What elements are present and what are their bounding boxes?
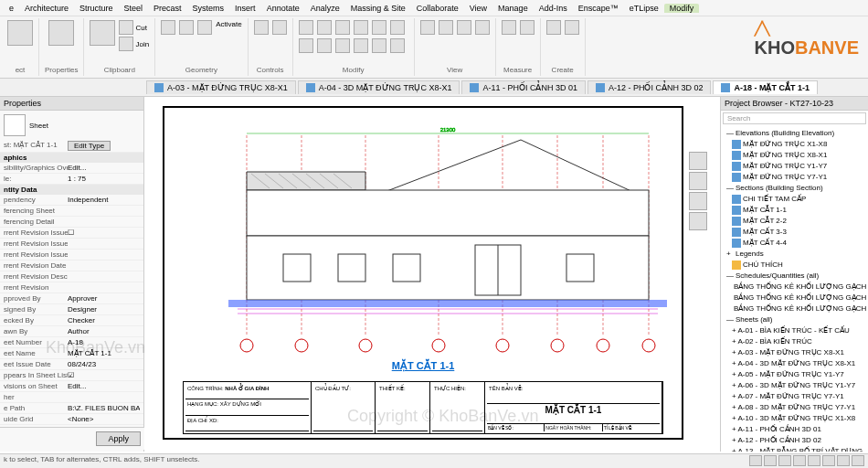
ribbon-group-select: ect: [2, 18, 39, 76]
properties-icon[interactable]: [48, 20, 74, 46]
property-row[interactable]: ecked ByChecker: [0, 315, 143, 326]
tree-node[interactable]: —Schedules/Quantities (all): [723, 271, 866, 282]
menu-item-structure[interactable]: Structure: [74, 4, 119, 13]
status-icon[interactable]: [749, 455, 762, 466]
apply-button[interactable]: Apply: [96, 431, 141, 446]
orbit-icon[interactable]: [689, 212, 707, 230]
tree-node[interactable]: + A-07 - MẶT ĐỨNG TRỤC Y7-Y1: [723, 391, 866, 402]
tree-node[interactable]: + A-08 - 3D MẶT ĐỨNG TRỤC Y7-Y1: [723, 402, 866, 413]
doc-tab[interactable]: A-12 - PHỐI CẢNH 3D 02: [587, 80, 712, 94]
zoom-icon[interactable]: [689, 172, 707, 190]
pan-icon[interactable]: [689, 192, 707, 210]
menu-item-annotate[interactable]: Annotate: [261, 4, 305, 13]
property-row[interactable]: uide Grid<None>: [0, 414, 143, 425]
ribbon-group-modify: Modify: [293, 18, 415, 76]
tree-node[interactable]: +Legends: [723, 249, 866, 260]
home-icon[interactable]: [689, 152, 707, 170]
tree-node[interactable]: + A-06 - 3D MẶT ĐỨNG TRỤC Y1-Y7: [723, 380, 866, 391]
menu-item-architecture[interactable]: Architecture: [19, 4, 74, 13]
tree-node[interactable]: + A-10 - 3D MẶT ĐỨNG TRỤC X1-X8: [723, 413, 866, 424]
property-row[interactable]: ppears In Sheet List☑: [0, 370, 143, 381]
menu-item-modify[interactable]: Modify: [664, 4, 700, 13]
menu-item-precast[interactable]: Precast: [148, 4, 187, 13]
menu-item-massing & site[interactable]: Massing & Site: [345, 4, 411, 13]
tree-node[interactable]: + A-05 - MẶT ĐỨNG TRỤC Y1-Y7: [723, 369, 866, 380]
tree-node[interactable]: BẢNG THỐNG KÊ KHỐI LƯỢNG GẠCH ỐNG: [723, 292, 866, 303]
tree-node[interactable]: + A-01 - BÌA KIẾN TRÚC - KẾT CẤU: [723, 325, 866, 336]
menu-item-enscape™[interactable]: Enscape™: [573, 4, 624, 13]
menu-item-collaborate[interactable]: Collaborate: [411, 4, 464, 13]
menu-item-add-ins[interactable]: Add-Ins: [534, 4, 573, 13]
svg-point-34: [597, 339, 609, 352]
tree-node[interactable]: + A-02 - BÌA KIẾN TRÚC: [723, 336, 866, 347]
property-row[interactable]: signed ByDesigner: [0, 304, 143, 315]
tree-node[interactable]: + A-04 - 3D MẶT ĐỨNG TRỤC X8-X1: [723, 358, 866, 369]
tree-node[interactable]: MẶT CẤT 4-4: [723, 238, 866, 249]
property-row[interactable]: visions on SheetEdit...: [0, 381, 143, 392]
property-row[interactable]: rrent Revision: [0, 282, 143, 293]
property-row[interactable]: rrent Revision Date: [0, 261, 143, 271]
cut-icon[interactable]: [119, 20, 133, 35]
tree-node[interactable]: —Elevations (Building Elevation): [723, 128, 866, 139]
modify-icon[interactable]: [7, 20, 33, 46]
ribbon-group-geometry: Activate Geometry: [155, 18, 248, 76]
property-row[interactable]: le:1 : 75: [0, 174, 143, 185]
property-row[interactable]: sibility/Graphics Overrid...Edit...: [0, 163, 143, 174]
property-row[interactable]: eet NameMẶT CẮT 1-1: [0, 348, 143, 359]
tree-node[interactable]: MẶT ĐỨNG TRỤC Y7-Y1: [723, 172, 866, 183]
menu-item-insert[interactable]: Insert: [229, 4, 261, 13]
property-row[interactable]: rrent Revision Issued By: [0, 239, 143, 250]
drawing-canvas[interactable]: 21300 MẶT CẮT 1-1 CÔNG TRÌNH: NHÀ Ở GIA …: [144, 97, 720, 452]
tree-node[interactable]: + A-12 - PHỐI CẢNH 3D 02: [723, 435, 866, 446]
join-icon[interactable]: [119, 37, 133, 51]
menu-item-steel[interactable]: Steel: [119, 4, 149, 13]
tree-node[interactable]: + A-13 - MẶT BẰNG BỐ TRÍ VẬT DỤNG: [723, 446, 866, 452]
tree-node[interactable]: BẢNG THỐNG KÊ KHỐI LƯỢNG GẠCH THẺ 1: [723, 282, 866, 292]
property-row[interactable]: pendencyIndependent: [0, 195, 143, 206]
tree-node[interactable]: CHÚ THÍCH: [723, 260, 866, 271]
nav-bar: [689, 152, 711, 232]
status-bar: k to select, TAB for alternates, CTRL ad…: [0, 453, 868, 468]
menu-item-systems[interactable]: Systems: [187, 4, 230, 13]
doc-tab[interactable]: A-18 - MẶT CẮT 1-1: [713, 80, 818, 94]
property-row[interactable]: pproved ByApprover: [0, 293, 143, 304]
tree-node[interactable]: MẶT ĐỨNG TRỤC X1-X8: [723, 139, 866, 150]
tree-node[interactable]: MẶT CẤT 3-3: [723, 227, 866, 238]
properties-header: Properties: [0, 97, 143, 111]
property-row[interactable]: awn ByAuthor: [0, 326, 143, 337]
type-selector[interactable]: Sheet: [0, 111, 143, 140]
search-input[interactable]: Search: [723, 112, 866, 124]
edit-type-button[interactable]: Edit Type: [68, 141, 111, 151]
property-row[interactable]: rrent Revision Descripti...: [0, 271, 143, 282]
tree-node[interactable]: CHI TIẾT TAM CẤP: [723, 194, 866, 205]
menu-item-manage[interactable]: Manage: [492, 4, 534, 13]
paste-icon[interactable]: [90, 20, 115, 46]
property-row[interactable]: rrent Revision Issued☐: [0, 228, 143, 239]
properties-panel: Properties Sheet st: MẶT CẮT 1-1 Edit Ty…: [0, 97, 144, 452]
property-row[interactable]: her: [0, 392, 143, 403]
property-row[interactable]: ferencing Sheet: [0, 206, 143, 217]
tree-node[interactable]: —Sheets (all): [723, 314, 866, 325]
doc-tab[interactable]: A-03 - MẶT ĐỨNG TRỤC X8-X1: [146, 80, 296, 94]
menu-item-e[interactable]: e: [4, 4, 19, 13]
property-row[interactable]: ferencing Detail: [0, 217, 143, 228]
tree-node[interactable]: + A-11 - PHỐI CẢNH 3D 01: [723, 424, 866, 435]
tree-node[interactable]: MẶT CẮT 1-1: [723, 205, 866, 216]
tree-node[interactable]: MẶT CẮT 2-2: [723, 216, 866, 227]
svg-point-35: [642, 339, 655, 352]
tree-node[interactable]: MẶT ĐỨNG TRỤC Y1-Y7: [723, 161, 866, 172]
property-row[interactable]: eet Issue Date08/24/23: [0, 359, 143, 370]
tree-node[interactable]: MẶT ĐỨNG TRỤC X8-X1: [723, 150, 866, 161]
tree-node[interactable]: BẢNG THỐNG KÊ KHỐI LƯỢNG GẠCH ỐNG: [723, 303, 866, 314]
tree-node[interactable]: + A-03 - MẶT ĐỨNG TRỤC X8-X1: [723, 347, 866, 358]
property-row[interactable]: eet NumberA-18: [0, 337, 143, 348]
menu-item-etlipse[interactable]: eTLipse: [624, 4, 664, 13]
doc-tab[interactable]: A-11 - PHỐI CẢNH 3D 01: [461, 80, 586, 94]
property-row[interactable]: rrent Revision Issued To: [0, 250, 143, 261]
menu-item-analyze[interactable]: Analyze: [305, 4, 345, 13]
menu-item-view[interactable]: View: [464, 4, 492, 13]
property-row[interactable]: e PathB:\Z. FILES BUON BAN\NH...: [0, 403, 143, 414]
tree-node[interactable]: —Sections (Building Section): [723, 183, 866, 194]
geom-icon[interactable]: [161, 20, 175, 35]
doc-tab[interactable]: A-04 - 3D MẶT ĐỨNG TRỤC X8-X1: [298, 80, 460, 94]
